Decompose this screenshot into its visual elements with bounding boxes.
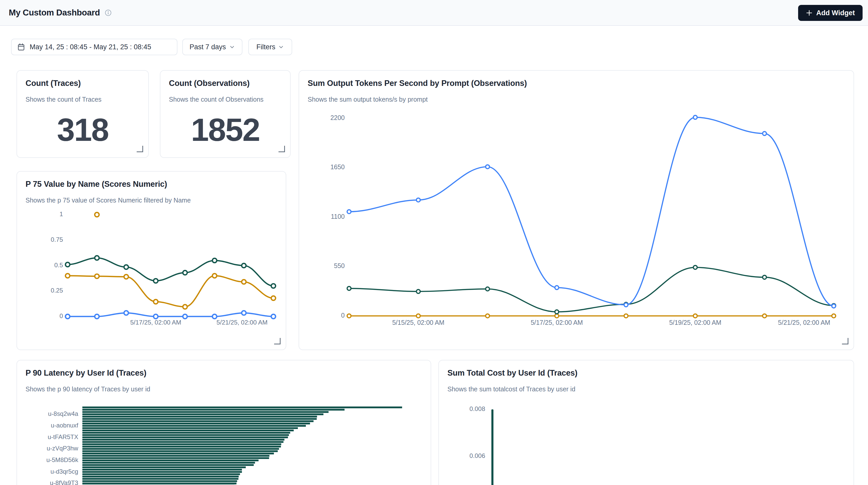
- count-traces-value: 318: [17, 112, 148, 148]
- resize-handle-icon[interactable]: [842, 338, 848, 344]
- count-observations-value: 1852: [160, 112, 290, 148]
- date-range-picker[interactable]: May 14, 25 : 08:45 - May 21, 25 : 08:45: [11, 39, 178, 55]
- card-count-traces: Count (Traces) Shows the count of Traces…: [17, 70, 149, 158]
- p90-svg: u-8sq2w4au-aobnuxfu-tFAR5TXu-zVqP3hwu-5M…: [17, 360, 431, 485]
- y-axis-tick-labels: 0550110016502200: [330, 114, 345, 319]
- add-widget-button[interactable]: Add Widget: [798, 5, 863, 21]
- y-axis-tick-labels: 00.250.50.751: [51, 211, 63, 320]
- card-subtitle: Shows the count of Traces: [26, 95, 140, 103]
- card-subtitle: Shows the count of Observations: [169, 95, 282, 103]
- svg-text:1100: 1100: [331, 213, 345, 220]
- info-icon[interactable]: [105, 9, 112, 16]
- bar-series: [491, 410, 493, 485]
- svg-text:5/21/25, 02:00 AM: 5/21/25, 02:00 AM: [778, 319, 830, 326]
- line-series-blue: [65, 311, 276, 319]
- resize-handle-icon[interactable]: [137, 146, 143, 152]
- x-axis-tick-labels: 5/17/25, 02:00 AM5/21/25, 02:00 AM: [130, 319, 268, 326]
- svg-text:u-5M8D56k: u-5M8D56k: [46, 456, 79, 463]
- add-widget-label: Add Widget: [816, 9, 855, 17]
- filters-dropdown[interactable]: Filters: [248, 39, 292, 55]
- card-p90-latency: P 90 Latency by User Id (Traces) Shows t…: [17, 360, 431, 485]
- y-axis-tick-labels: u-8sq2w4au-aobnuxfu-tFAR5TXu-zVqP3hwu-5M…: [46, 410, 79, 485]
- svg-text:u-tFAR5TX: u-tFAR5TX: [48, 433, 78, 441]
- svg-text:u-zVqP3hw: u-zVqP3hw: [47, 445, 79, 452]
- card-count-observations: Count (Observations) Shows the count of …: [160, 70, 290, 158]
- svg-text:550: 550: [334, 262, 345, 270]
- y-axis-tick-labels: 0.0080.006: [469, 405, 485, 459]
- svg-text:0.006: 0.006: [469, 452, 485, 459]
- chevron-down-icon: [278, 44, 284, 50]
- svg-text:0.75: 0.75: [51, 236, 63, 243]
- p75-svg: 00.250.50.7515/17/25, 02:00 AM5/21/25, 0…: [17, 172, 286, 350]
- card-title: Count (Observations): [169, 79, 282, 88]
- svg-text:5/17/25, 02:00 AM: 5/17/25, 02:00 AM: [531, 319, 583, 326]
- svg-text:0: 0: [341, 312, 345, 319]
- lone-point-gold: [95, 213, 99, 217]
- svg-text:u-8sq2w4a: u-8sq2w4a: [48, 410, 79, 417]
- resize-handle-icon[interactable]: [274, 338, 281, 344]
- card-p75-scores: P 75 Value by Name (Scores Numeric) Show…: [17, 171, 286, 350]
- date-range-value: May 14, 25 : 08:45 - May 21, 25 : 08:45: [30, 43, 151, 51]
- x-axis-tick-labels: 5/15/25, 02:00 AM5/17/25, 02:00 AM5/19/2…: [392, 319, 830, 326]
- page-title: My Custom Dashboard: [9, 8, 100, 18]
- card-title: Count (Traces): [26, 79, 140, 88]
- line-series-green: [347, 266, 836, 314]
- svg-text:5/17/25, 02:00 AM: 5/17/25, 02:00 AM: [130, 319, 181, 326]
- calendar-icon: [17, 43, 25, 51]
- chevron-down-icon: [229, 44, 235, 50]
- page-header: My Custom Dashboard Add Widget: [0, 0, 868, 26]
- line-series-gold: [347, 314, 836, 318]
- svg-text:0.25: 0.25: [51, 287, 63, 294]
- p90-bar-chart: u-8sq2w4au-aobnuxfu-tFAR5TXu-zVqP3hwu-5M…: [17, 360, 431, 485]
- svg-text:1: 1: [60, 211, 63, 217]
- svg-text:u-8fVa9T3: u-8fVa9T3: [50, 479, 78, 485]
- cost-bar-chart: 0.0080.006: [439, 360, 854, 485]
- tokens-line-chart: 05501100165022005/15/25, 02:00 AM5/17/25…: [299, 71, 854, 350]
- svg-text:u-aobnuxf: u-aobnuxf: [51, 422, 79, 429]
- tokens-svg: 05501100165022005/15/25, 02:00 AM5/17/25…: [299, 71, 854, 350]
- line-series-gold: [65, 273, 276, 309]
- svg-text:2200: 2200: [330, 114, 345, 121]
- range-preset-value: Past 7 days: [189, 43, 226, 51]
- svg-text:5/15/25, 02:00 AM: 5/15/25, 02:00 AM: [392, 319, 444, 326]
- card-tokens-per-second: Sum Output Tokens Per Second by Prompt (…: [299, 70, 854, 350]
- range-preset-dropdown[interactable]: Past 7 days: [182, 39, 242, 55]
- svg-text:0.008: 0.008: [469, 405, 485, 412]
- plus-icon: [806, 9, 812, 16]
- svg-text:1650: 1650: [330, 163, 345, 171]
- filters-label: Filters: [256, 43, 275, 51]
- svg-text:0.5: 0.5: [54, 262, 63, 269]
- card-sum-total-cost: Sum Total Cost by User Id (Traces) Shows…: [438, 360, 854, 485]
- svg-text:u-d3qr5cg: u-d3qr5cg: [51, 468, 79, 475]
- cost-svg: 0.0080.006: [439, 360, 854, 485]
- svg-text:5/19/25, 02:00 AM: 5/19/25, 02:00 AM: [669, 319, 721, 326]
- dashboard-page: My Custom Dashboard Add Widget: [0, 0, 868, 485]
- svg-text:0: 0: [60, 312, 63, 320]
- p75-line-chart: 00.250.50.7515/17/25, 02:00 AM5/21/25, 0…: [17, 172, 286, 350]
- resize-handle-icon[interactable]: [279, 146, 285, 152]
- bar-series: [82, 406, 402, 485]
- line-series-blue: [347, 115, 836, 308]
- svg-text:5/21/25, 02:00 AM: 5/21/25, 02:00 AM: [217, 319, 268, 326]
